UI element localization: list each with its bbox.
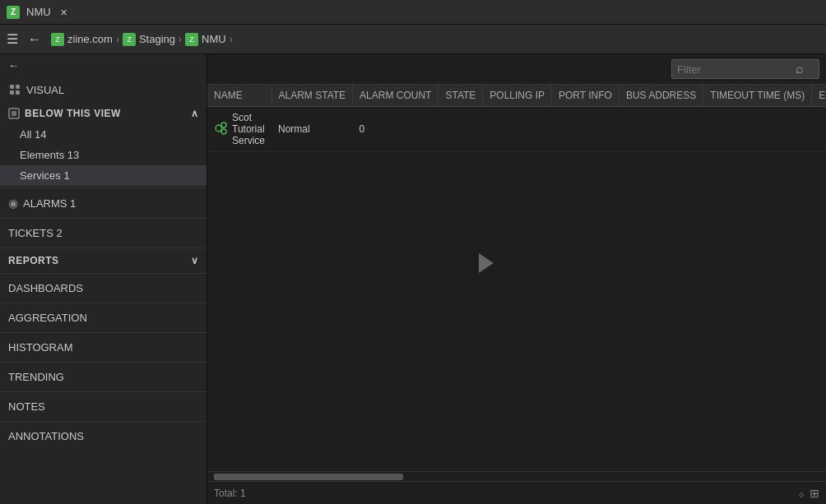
content-area: ⌕ NAME ALARM STATE ALARM COUNT STATE POL… [207,54,826,504]
divider-6 [0,332,206,333]
col-alarm-count: ALARM COUNT [353,85,439,107]
total-count: Total: 1 [214,488,246,499]
sidebar-trending-section[interactable]: TRENDING [0,364,206,390]
sidebar-visual-section[interactable]: VISUAL [0,76,206,103]
filter-icon[interactable]: ⬦ [798,487,805,500]
ziine-icon: Z [51,33,64,46]
filter-input-wrapper[interactable]: ⌕ [671,59,819,79]
table-header-row: NAME ALARM STATE ALARM COUNT STATE POLLI… [207,85,826,107]
divider-1 [0,187,206,188]
cell-bus-address [619,107,703,152]
table-row[interactable]: Scot Tutorial Service Normal 0 [207,107,826,152]
alarms-label: ALARMS 1 [23,197,76,210]
service-icon [214,121,229,138]
sidebar-reports-section[interactable]: REPORTS ∨ [0,250,206,271]
table-container: NAME ALARM STATE ALARM COUNT STATE POLLI… [207,85,826,471]
reports-label: REPORTS [8,255,59,266]
reports-expand-icon[interactable]: ∨ [191,255,199,266]
status-icons: ⬦ ⊞ [798,487,819,500]
sidebar-dashboards-section[interactable]: DASHBOARDS [0,275,206,301]
dashboards-label: DASHBOARDS [8,282,83,294]
breadcrumb-nmu-label: NMU [202,33,226,45]
aggregation-label: AGGREGATION [8,312,87,324]
cell-timeout-ms [703,107,812,152]
tickets-label: TICKETS 2 [8,227,63,239]
services-table: NAME ALARM STATE ALARM COUNT STATE POLLI… [207,85,826,152]
divider-4 [0,273,206,274]
grid-icon[interactable]: ⊞ [810,487,819,500]
col-bus-address: BUS ADDRESS [619,85,703,107]
col-port-info: PORT INFO [552,85,620,107]
divider-3 [0,247,206,248]
back-arrow-icon: ← [8,59,19,72]
chevron-icon-3: › [230,34,233,45]
app-icon: Z [7,6,20,19]
horizontal-scrollbar[interactable] [207,471,826,481]
play-button[interactable] [479,253,494,273]
services-label: Services 1 [20,169,70,182]
all-label: All 14 [20,128,47,141]
visual-icon [8,83,21,96]
sidebar-annotations-section[interactable]: ANNOTATIONS [0,423,206,449]
sidebar-item-elements[interactable]: Elements 13 [0,145,206,165]
cell-state [439,107,483,152]
visual-label: VISUAL [26,84,64,96]
svg-point-9 [221,123,226,127]
below-view-icon [8,108,20,119]
col-name: NAME [207,85,271,107]
sidebar-below-this-view[interactable]: BELOW THIS VIEW ∧ [0,103,206,124]
sidebar-aggregation-section[interactable]: AGGREGATION [0,305,206,331]
breadcrumb-ziine-label: ziine.com [67,33,113,45]
divider-2 [0,218,206,219]
svg-point-10 [221,129,226,134]
menu-icon[interactable]: ☰ [7,31,18,47]
svg-rect-3 [16,90,20,95]
back-button[interactable]: ← [28,32,41,47]
content-toolbar: ⌕ [207,54,826,85]
svg-rect-1 [16,85,20,89]
col-polling-ip: POLLING IP [483,85,552,107]
sidebar-alarms-section[interactable]: ◉ ALARMS 1 [0,190,206,216]
sidebar-back-button[interactable]: ← [0,54,206,76]
sidebar-item-all[interactable]: All 14 [0,124,206,145]
col-el: EL [812,85,826,107]
cell-port-info [552,107,620,152]
breadcrumb-ziine[interactable]: Z ziine.com › [51,33,119,46]
chevron-icon-2: › [179,34,182,45]
chevron-icon: › [116,34,119,45]
divider-8 [0,391,206,392]
col-timeout-ms: TIMEOUT TIME (MS) [703,85,812,107]
breadcrumb-staging-label: Staging [139,33,175,45]
sidebar-histogram-section[interactable]: HISTOGRAM [0,335,206,360]
scrollbar-thumb[interactable] [214,474,403,480]
breadcrumb-nmu[interactable]: Z NMU › [185,33,233,46]
divider-7 [0,362,206,363]
below-this-view-label: BELOW THIS VIEW [25,108,121,119]
cell-polling-ip [483,107,552,152]
cell-alarm-state: Normal [271,107,353,152]
svg-rect-2 [10,90,14,95]
sidebar-item-services[interactable]: Services 1 [0,165,206,186]
breadcrumb-staging[interactable]: Z Staging › [123,33,182,46]
close-icon[interactable]: × [61,6,67,19]
search-icon: ⌕ [796,62,804,76]
sidebar-notes-section[interactable]: NOTES [0,394,206,419]
cell-alarm-count: 0 [353,107,439,152]
title-bar: Z NMU × [0,0,826,25]
histogram-label: HISTOGRAM [8,341,73,354]
col-state: STATE [439,85,483,107]
cell-el [812,107,826,152]
sidebar-tickets-section[interactable]: TICKETS 2 [0,220,206,246]
filter-input[interactable] [677,63,792,76]
collapse-icon[interactable]: ∧ [191,108,199,119]
main-layout: ← VISUAL BELOW THIS VIEW [0,54,826,504]
breadcrumb-bar: ☰ ← Z ziine.com › Z Staging › Z NMU › [0,25,826,54]
sidebar: ← VISUAL BELOW THIS VIEW [0,54,207,504]
nmu-icon: Z [185,33,198,46]
notes-label: NOTES [8,400,45,413]
service-name: Scot Tutorial Service [232,112,265,146]
alarms-radio-icon: ◉ [8,197,18,210]
staging-icon: Z [123,33,136,46]
cell-name: Scot Tutorial Service [207,107,271,152]
svg-rect-0 [10,85,14,89]
